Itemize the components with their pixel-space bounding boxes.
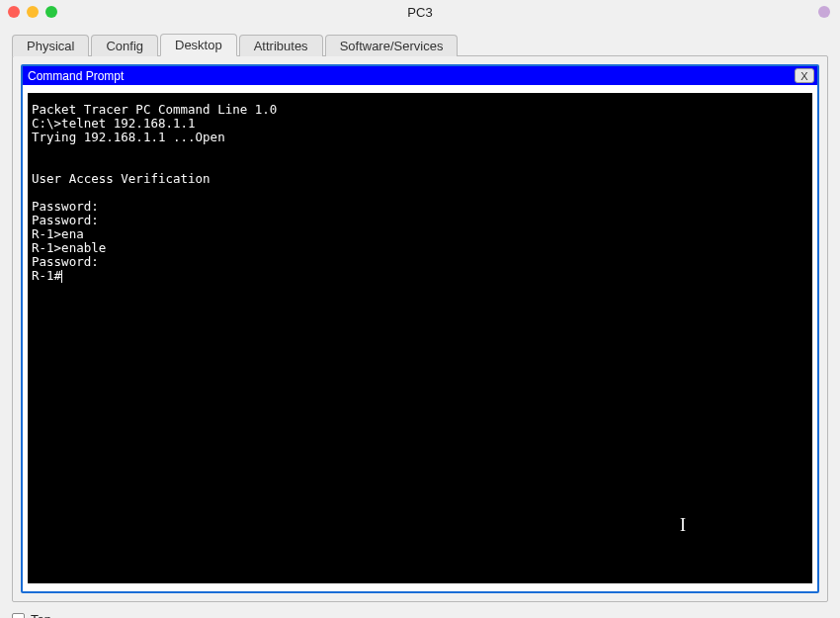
text-cursor-icon: I — [680, 518, 686, 532]
footer: Top — [0, 610, 840, 618]
close-button[interactable]: X — [795, 68, 814, 83]
tab-content: Command Prompt X Packet Tracer PC Comman… — [12, 55, 828, 602]
window-titlebar: PC3 — [0, 0, 840, 24]
terminal-cursor — [61, 270, 62, 283]
command-prompt-window: Command Prompt X Packet Tracer PC Comman… — [21, 64, 819, 593]
window-title: PC3 — [0, 5, 840, 20]
tab-physical[interactable]: Physical — [12, 35, 89, 56]
tab-config[interactable]: Config — [91, 35, 158, 56]
top-label: Top — [31, 612, 51, 619]
terminal[interactable]: Packet Tracer PC Command Line 1.0 C:\>te… — [28, 93, 812, 583]
device-tabs: Physical Config Desktop Attributes Softw… — [0, 24, 840, 55]
minimize-window-icon[interactable] — [27, 6, 39, 18]
close-window-icon[interactable] — [8, 6, 20, 18]
tab-software-services[interactable]: Software/Services — [325, 35, 459, 56]
terminal-container: Packet Tracer PC Command Line 1.0 C:\>te… — [28, 93, 812, 583]
tab-attributes[interactable]: Attributes — [239, 35, 323, 56]
window-controls — [8, 6, 57, 18]
zoom-window-icon[interactable] — [45, 6, 57, 18]
app-titlebar: Command Prompt X — [23, 66, 817, 85]
app-title: Command Prompt — [26, 69, 795, 83]
terminal-output: Packet Tracer PC Command Line 1.0 C:\>te… — [32, 102, 277, 283]
status-indicator-icon — [818, 6, 830, 18]
tab-desktop[interactable]: Desktop — [160, 34, 237, 56]
top-checkbox[interactable] — [12, 613, 25, 619]
